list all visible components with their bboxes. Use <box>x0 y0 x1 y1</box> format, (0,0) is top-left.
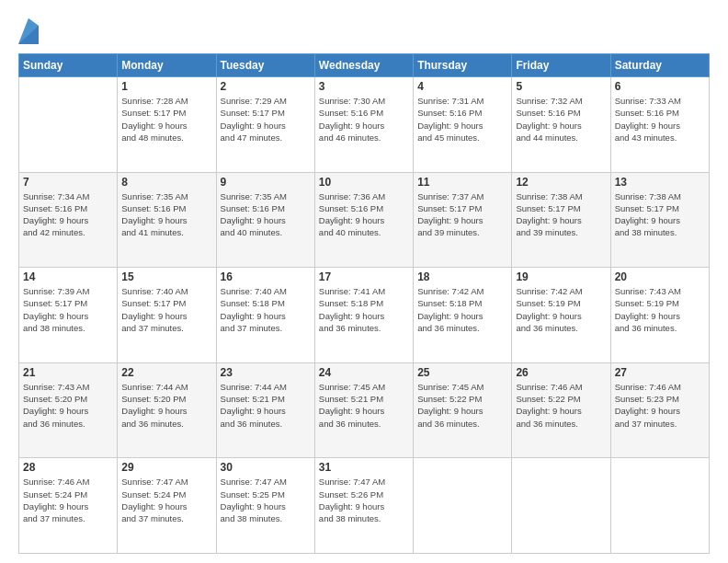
day-cell <box>414 458 512 554</box>
day-cell: 5Sunrise: 7:32 AMSunset: 5:16 PMDaylight… <box>512 77 610 173</box>
day-info: Sunrise: 7:47 AMSunset: 5:25 PMDaylight:… <box>221 476 311 524</box>
day-info: Sunrise: 7:36 AMSunset: 5:16 PMDaylight:… <box>319 190 409 239</box>
header-day-monday: Monday <box>118 54 216 77</box>
day-info: Sunrise: 7:38 AMSunset: 5:17 PMDaylight:… <box>615 190 705 239</box>
day-number: 25 <box>417 366 507 379</box>
day-info: Sunrise: 7:35 AMSunset: 5:16 PMDaylight:… <box>221 190 311 239</box>
day-cell <box>19 77 118 173</box>
day-info: Sunrise: 7:47 AMSunset: 5:24 PMDaylight:… <box>121 476 211 524</box>
day-cell: 13Sunrise: 7:38 AMSunset: 5:17 PMDayligh… <box>610 172 709 268</box>
day-info: Sunrise: 7:46 AMSunset: 5:23 PMDaylight:… <box>615 381 705 430</box>
header-day-saturday: Saturday <box>610 54 709 77</box>
day-cell: 19Sunrise: 7:42 AMSunset: 5:19 PMDayligh… <box>512 268 610 363</box>
day-info: Sunrise: 7:44 AMSunset: 5:20 PMDaylight:… <box>121 381 211 430</box>
day-cell: 31Sunrise: 7:47 AMSunset: 5:26 PMDayligh… <box>314 458 413 554</box>
day-number: 28 <box>23 461 113 474</box>
day-info: Sunrise: 7:46 AMSunset: 5:22 PMDaylight:… <box>516 381 606 430</box>
day-number: 29 <box>121 461 211 474</box>
day-cell: 12Sunrise: 7:38 AMSunset: 5:17 PMDayligh… <box>512 172 610 268</box>
day-info: Sunrise: 7:34 AMSunset: 5:16 PMDaylight:… <box>23 190 113 239</box>
day-number: 19 <box>516 270 606 283</box>
day-cell: 22Sunrise: 7:44 AMSunset: 5:20 PMDayligh… <box>118 362 216 458</box>
header-day-sunday: Sunday <box>19 54 118 77</box>
day-cell: 27Sunrise: 7:46 AMSunset: 5:23 PMDayligh… <box>610 362 709 458</box>
day-number: 23 <box>221 366 311 379</box>
day-info: Sunrise: 7:32 AMSunset: 5:16 PMDaylight:… <box>516 95 606 144</box>
day-info: Sunrise: 7:29 AMSunset: 5:17 PMDaylight:… <box>221 95 311 144</box>
day-cell: 7Sunrise: 7:34 AMSunset: 5:16 PMDaylight… <box>19 172 118 268</box>
week-row-4: 28Sunrise: 7:46 AMSunset: 5:24 PMDayligh… <box>19 458 710 554</box>
day-number: 6 <box>615 80 705 93</box>
day-cell: 23Sunrise: 7:44 AMSunset: 5:21 PMDayligh… <box>216 362 314 458</box>
day-cell: 29Sunrise: 7:47 AMSunset: 5:24 PMDayligh… <box>118 458 216 554</box>
day-number: 7 <box>23 176 113 189</box>
day-info: Sunrise: 7:28 AMSunset: 5:17 PMDaylight:… <box>121 95 211 144</box>
day-number: 18 <box>417 270 507 283</box>
day-cell: 25Sunrise: 7:45 AMSunset: 5:22 PMDayligh… <box>414 362 512 458</box>
header-day-thursday: Thursday <box>414 54 512 77</box>
day-cell: 26Sunrise: 7:46 AMSunset: 5:22 PMDayligh… <box>512 362 610 458</box>
day-number: 30 <box>221 461 311 474</box>
day-cell <box>610 458 709 554</box>
day-cell: 8Sunrise: 7:35 AMSunset: 5:16 PMDaylight… <box>118 172 216 268</box>
day-cell: 3Sunrise: 7:30 AMSunset: 5:16 PMDaylight… <box>314 77 413 173</box>
day-cell: 28Sunrise: 7:46 AMSunset: 5:24 PMDayligh… <box>19 458 118 554</box>
day-cell: 10Sunrise: 7:36 AMSunset: 5:16 PMDayligh… <box>314 172 413 268</box>
day-number: 27 <box>615 366 705 379</box>
day-number: 12 <box>516 176 606 189</box>
day-info: Sunrise: 7:45 AMSunset: 5:22 PMDaylight:… <box>417 381 507 430</box>
day-cell: 30Sunrise: 7:47 AMSunset: 5:25 PMDayligh… <box>216 458 314 554</box>
day-number: 1 <box>121 80 211 93</box>
header-day-wednesday: Wednesday <box>314 54 413 77</box>
day-number: 4 <box>417 80 507 93</box>
day-cell: 9Sunrise: 7:35 AMSunset: 5:16 PMDaylight… <box>216 172 314 268</box>
day-cell: 15Sunrise: 7:40 AMSunset: 5:17 PMDayligh… <box>118 268 216 363</box>
day-number: 26 <box>516 366 606 379</box>
week-row-2: 14Sunrise: 7:39 AMSunset: 5:17 PMDayligh… <box>19 268 710 363</box>
day-info: Sunrise: 7:37 AMSunset: 5:17 PMDaylight:… <box>417 190 507 239</box>
day-number: 13 <box>615 176 705 189</box>
day-cell: 11Sunrise: 7:37 AMSunset: 5:17 PMDayligh… <box>414 172 512 268</box>
day-cell <box>512 458 610 554</box>
day-number: 3 <box>319 80 409 93</box>
day-info: Sunrise: 7:47 AMSunset: 5:26 PMDaylight:… <box>319 476 409 524</box>
day-number: 14 <box>23 270 113 283</box>
day-cell: 6Sunrise: 7:33 AMSunset: 5:16 PMDaylight… <box>610 77 709 173</box>
week-row-3: 21Sunrise: 7:43 AMSunset: 5:20 PMDayligh… <box>19 362 710 458</box>
day-cell: 21Sunrise: 7:43 AMSunset: 5:20 PMDayligh… <box>19 362 118 458</box>
day-info: Sunrise: 7:43 AMSunset: 5:20 PMDaylight:… <box>23 381 113 430</box>
day-number: 8 <box>121 176 211 189</box>
day-number: 21 <box>23 366 113 379</box>
day-info: Sunrise: 7:33 AMSunset: 5:16 PMDaylight:… <box>615 95 705 144</box>
day-number: 20 <box>615 270 705 283</box>
calendar-page: SundayMondayTuesdayWednesdayThursdayFrid… <box>0 0 728 563</box>
day-info: Sunrise: 7:41 AMSunset: 5:18 PMDaylight:… <box>319 285 409 334</box>
day-number: 15 <box>121 270 211 283</box>
day-cell: 16Sunrise: 7:40 AMSunset: 5:18 PMDayligh… <box>216 268 314 363</box>
day-cell: 1Sunrise: 7:28 AMSunset: 5:17 PMDaylight… <box>118 77 216 173</box>
day-number: 10 <box>319 176 409 189</box>
day-cell: 2Sunrise: 7:29 AMSunset: 5:17 PMDaylight… <box>216 77 314 173</box>
day-number: 17 <box>319 270 409 283</box>
day-info: Sunrise: 7:40 AMSunset: 5:18 PMDaylight:… <box>221 285 311 334</box>
day-cell: 4Sunrise: 7:31 AMSunset: 5:16 PMDaylight… <box>414 77 512 173</box>
day-number: 24 <box>319 366 409 379</box>
day-cell: 14Sunrise: 7:39 AMSunset: 5:17 PMDayligh… <box>19 268 118 363</box>
day-info: Sunrise: 7:43 AMSunset: 5:19 PMDaylight:… <box>615 285 705 334</box>
day-cell: 17Sunrise: 7:41 AMSunset: 5:18 PMDayligh… <box>314 268 413 363</box>
week-row-1: 7Sunrise: 7:34 AMSunset: 5:16 PMDaylight… <box>19 172 710 268</box>
day-number: 11 <box>417 176 507 189</box>
logo <box>18 17 42 44</box>
day-info: Sunrise: 7:38 AMSunset: 5:17 PMDaylight:… <box>516 190 606 239</box>
header-row: SundayMondayTuesdayWednesdayThursdayFrid… <box>19 54 710 77</box>
day-info: Sunrise: 7:30 AMSunset: 5:16 PMDaylight:… <box>319 95 409 144</box>
week-row-0: 1Sunrise: 7:28 AMSunset: 5:17 PMDaylight… <box>19 77 710 173</box>
day-number: 5 <box>516 80 606 93</box>
day-info: Sunrise: 7:31 AMSunset: 5:16 PMDaylight:… <box>417 95 507 144</box>
day-info: Sunrise: 7:42 AMSunset: 5:18 PMDaylight:… <box>417 285 507 334</box>
day-cell: 20Sunrise: 7:43 AMSunset: 5:19 PMDayligh… <box>610 268 709 363</box>
day-info: Sunrise: 7:35 AMSunset: 5:16 PMDaylight:… <box>121 190 211 239</box>
header-day-tuesday: Tuesday <box>216 54 314 77</box>
day-info: Sunrise: 7:44 AMSunset: 5:21 PMDaylight:… <box>221 381 311 430</box>
day-info: Sunrise: 7:40 AMSunset: 5:17 PMDaylight:… <box>121 285 211 334</box>
